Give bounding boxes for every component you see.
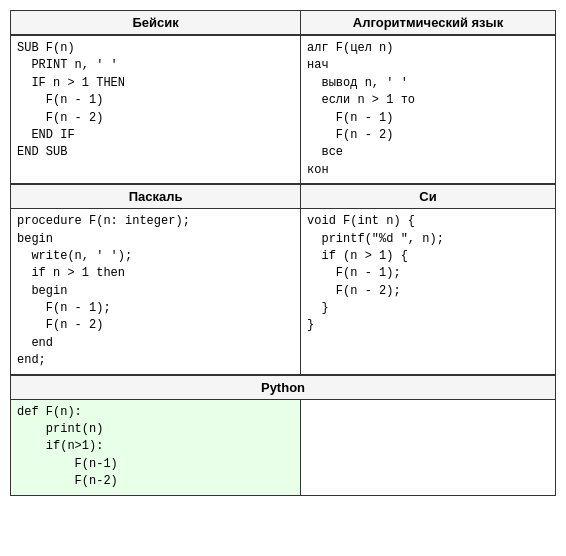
header-algo: Алгоритмический язык [301, 11, 556, 36]
basic-code: SUB F(n) PRINT n, ' ' IF n > 1 THEN F(n … [11, 35, 301, 184]
header-pascal: Паскаль [11, 184, 301, 209]
c-code: void F(int n) { printf("%d ", n); if (n … [301, 209, 556, 375]
python-empty [301, 399, 556, 495]
pascal-code: procedure F(n: integer); begin write(n, … [11, 209, 301, 375]
comparison-table: Бейсик Алгоритмический язык SUB F(n) PRI… [10, 10, 556, 496]
python-code: def F(n): print(n) if(n>1): F(n-1) F(n-2… [11, 399, 301, 495]
algo-code: алг F(цел n) нач вывод n, ' ' если n > 1… [301, 35, 556, 184]
header-basic: Бейсик [11, 11, 301, 36]
header-python: Python [11, 375, 556, 400]
header-c: Си [301, 184, 556, 209]
